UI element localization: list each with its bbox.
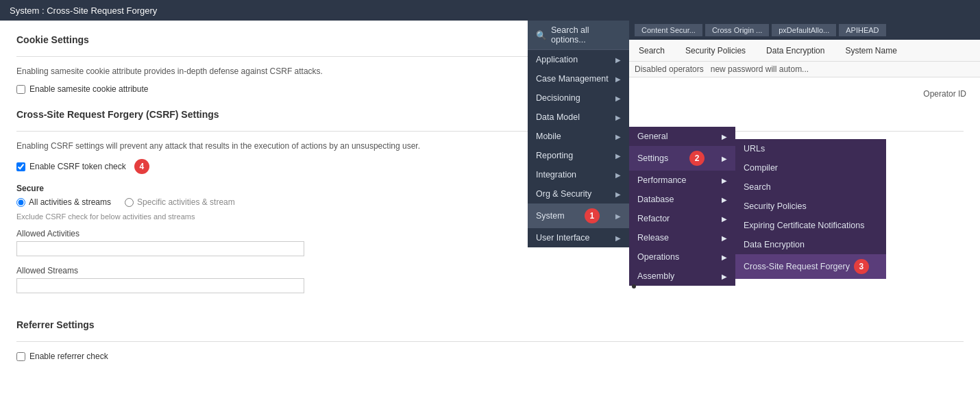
tertiary-compiler[interactable]: Compiler [735,158,886,177]
submenu-operations[interactable]: Operations ▶ [629,247,735,267]
disabled-bar: Disabled operators new password will aut… [629,62,980,77]
operator-id-label: Operator ID [923,89,966,99]
settings-label: Settings [637,153,668,163]
chevron-right-icon: ▶ [722,155,727,162]
top-nav-row2: Search Security Policies Data Encryption… [629,40,980,62]
step3-badge: 3 [854,259,869,274]
tertiary-expiring-cert[interactable]: Expiring Certificate Notifications [735,216,886,235]
referrer-check-label: Enable referrer check [29,352,108,361]
tertiary-cross-site-forgery[interactable]: Cross-Site Request Forgery 3 [735,254,886,279]
allowed-streams-input[interactable] [16,278,304,293]
tertiary-security-policies[interactable]: Security Policies [735,197,886,216]
performance-label: Performance [637,175,687,185]
samesite-cookie-label: Enable samesite cookie attribute [29,84,148,94]
chevron-right-icon: ▶ [722,196,727,204]
data-model-label: Data Model [536,112,580,122]
decisioning-label: Decisioning [536,93,580,103]
submenu-refactor[interactable]: Refactor ▶ [629,209,735,228]
search-all-options[interactable]: 🔍 Search all options... [528,21,629,50]
disabled-operators-text: Disabled operators [635,64,704,74]
chevron-right-icon: ▶ [615,212,621,220]
menu-decisioning[interactable]: Decisioning ▶ [528,88,629,108]
chevron-right-icon: ▶ [615,190,621,198]
security-policies-label: Security Policies [744,201,807,211]
expiring-cert-label: Expiring Certificate Notifications [744,221,864,230]
data-encryption-label: Data Encryption [744,240,805,249]
operations-label: Operations [637,252,679,262]
tertiary-urls[interactable]: URLs [735,139,886,158]
tab-apihead[interactable]: APIHEAD [839,24,885,36]
chevron-right-icon: ▶ [722,234,727,242]
submenu-database[interactable]: Database ▶ [629,190,735,209]
submenu-release[interactable]: Release ▶ [629,228,735,247]
tertiary-data-encryption[interactable]: Data Encryption [735,235,886,254]
submenu-settings[interactable]: Settings 2 ▶ [629,146,735,171]
chevron-right-icon: ▶ [722,215,727,223]
operator-id-area: Operator ID [923,89,966,99]
chevron-right-icon: ▶ [615,56,621,64]
chevron-right-icon: ▶ [615,234,621,242]
tertiary-menu: URLs Compiler Search Security Policies E… [735,139,886,279]
tertiary-search[interactable]: Search [735,177,886,197]
mobile-label: Mobile [536,132,561,141]
menu-system[interactable]: System 1 ▶ [528,204,629,228]
chevron-right-icon: ▶ [722,273,727,280]
user-interface-label: User Interface [536,233,590,243]
case-mgmt-label: Case Management [536,74,609,84]
menu-mobile[interactable]: Mobile ▶ [528,127,629,146]
menu-user-interface[interactable]: User Interface ▶ [528,228,629,247]
chevron-right-icon: ▶ [615,133,621,140]
primary-menu: 🔍 Search all options... Application ▶ Ca… [528,21,629,247]
top-nav: Content Secur... Cross Origin ... pxDefa… [629,21,980,62]
integration-label: Integration [536,170,576,180]
submenu-general[interactable]: General ▶ [629,127,735,146]
compiler-label: Compiler [744,163,778,173]
submenu-assembly[interactable]: Assembly ▶ [629,267,735,286]
tab-cross-origin[interactable]: Cross Origin ... [705,24,769,36]
chevron-right-icon: ▶ [615,114,621,121]
menu-org-security[interactable]: Org & Security ▶ [528,184,629,204]
csrf-label: Cross-Site Request Forgery [744,262,850,271]
radio-all-label: All activities & streams [29,197,111,207]
tab-px-default[interactable]: pxDefaultAllo... [772,24,836,36]
top-nav-row1: Content Secur... Cross Origin ... pxDefa… [629,21,980,40]
submenu-performance[interactable]: Performance ▶ [629,171,735,190]
general-label: General [637,132,667,141]
menu-data-model[interactable]: Data Model ▶ [528,108,629,127]
samesite-cookie-input[interactable] [16,85,25,94]
csrf-token-input[interactable] [16,162,25,171]
search-icon: 🔍 [536,30,547,40]
reporting-label: Reporting [536,151,573,160]
radio-specific-activities[interactable]: Specific activities & stream [125,197,235,207]
assembly-label: Assembly [637,271,674,281]
menu-case-management[interactable]: Case Management ▶ [528,69,629,88]
menu-reporting[interactable]: Reporting ▶ [528,146,629,165]
chevron-right-icon: ▶ [615,171,621,179]
application-label: Application [536,55,578,64]
cursor [632,284,636,288]
radio-all-activities[interactable]: All activities & streams [16,197,111,207]
title-text: System : Cross-Site Request Forgery [10,5,157,16]
referrer-check-input[interactable] [16,352,25,361]
title-bar: System : Cross-Site Request Forgery [0,0,980,21]
chevron-right-icon: ▶ [615,95,621,102]
chevron-right-icon: ▶ [722,177,727,184]
dropdown-overlay: 🔍 Search all options... Application ▶ Ca… [528,21,980,394]
menu-application[interactable]: Application ▶ [528,50,629,69]
tab-system-name[interactable]: System Name [841,43,901,58]
chevron-right-icon: ▶ [615,75,621,83]
allowed-activities-input[interactable] [16,241,304,256]
chevron-right-icon: ▶ [615,152,621,160]
chevron-right-icon: ▶ [722,133,727,140]
search-all-label: Search all options... [551,25,621,45]
tab-content-secur[interactable]: Content Secur... [635,24,702,36]
tab-data-encryption[interactable]: Data Encryption [762,43,829,58]
menu-integration[interactable]: Integration ▶ [528,165,629,184]
chevron-right-icon: ▶ [722,254,727,261]
step1-badge: 1 [585,208,600,223]
tab-search[interactable]: Search [635,43,669,58]
system-label: System [536,211,565,221]
tab-security-policies[interactable]: Security Policies [681,43,750,58]
password-auto-text: new password will autom... [711,64,809,74]
urls-label: URLs [744,144,765,153]
